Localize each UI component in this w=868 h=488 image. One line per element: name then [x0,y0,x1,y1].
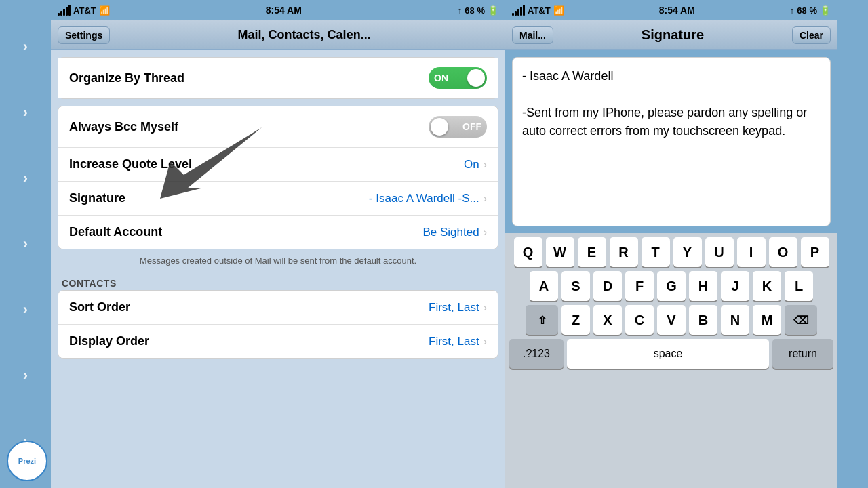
keyboard-bottom-row: .?123 space return [508,339,835,369]
bar1 [58,13,60,16]
key-q[interactable]: Q [514,237,542,267]
key-d[interactable]: D [593,271,622,301]
left-battery-arrow: ↑ [458,5,462,16]
sidebar-chevron-1[interactable]: › [23,38,28,56]
key-c[interactable]: C [625,305,654,335]
bar4 [66,7,68,16]
right-battery-icon: 🔋 [820,5,831,16]
signature-line2: -Sent from my IPhone, please pardon any … [522,104,821,140]
key-v[interactable]: V [657,305,686,335]
left-status-bar: AT&T 📶 8:54 AM ↑ 68 % 🔋 [51,0,505,20]
r-bar3 [517,9,519,16]
left-status-left: AT&T 📶 [58,5,110,16]
prezi-label: Prezi [18,457,36,465]
key-p[interactable]: P [801,237,829,267]
space-key[interactable]: space [567,339,769,369]
increase-quote-row[interactable]: Increase Quote Level On › [58,148,498,182]
sort-order-val: First, Last [429,301,479,314]
default-account-label: Default Account [69,225,162,239]
clear-button[interactable]: Clear [792,26,831,44]
right-time: 8:54 AM [659,5,695,16]
bcc-toggle[interactable]: OFF [429,116,487,138]
key-e[interactable]: E [578,237,606,267]
key-s[interactable]: S [561,271,590,301]
left-nav-title: Mail, Contacts, Calen... [110,28,498,42]
key-x[interactable]: X [593,305,622,335]
r-bar5 [523,5,525,16]
divider-1 [51,99,505,106]
default-account-value: Be Sighted › [422,226,487,239]
shift-key[interactable]: ⇧ [526,305,558,335]
left-status-right: ↑ 68 % 🔋 [458,5,498,16]
contacts-group: Sort Order First, Last › Display Order F… [58,290,498,359]
increase-quote-chevron: › [484,159,487,171]
right-nav-title: Signature [553,27,792,43]
key-z[interactable]: Z [561,305,590,335]
return-key[interactable]: return [772,339,833,369]
display-order-label: Display Order [69,334,149,348]
key-r[interactable]: R [610,237,638,267]
signature-textarea[interactable]: - Isaac A Wardell -Sent from my IPhone, … [512,57,831,226]
signature-row[interactable]: Signature - Isaac A Wardell -S... › [58,182,498,216]
key-a[interactable]: A [530,271,558,301]
display-order-val: First, Last [429,335,479,348]
toggle-on-label: ON [434,73,448,83]
signature-value: - Isaac A Wardell -S... › [369,192,487,205]
num-key[interactable]: .?123 [509,339,564,369]
key-g[interactable]: G [657,271,686,301]
key-y[interactable]: Y [673,237,702,267]
key-k[interactable]: K [753,271,781,301]
key-m[interactable]: M [753,305,781,335]
signature-label: Signature [69,191,125,205]
key-j[interactable]: J [721,271,749,301]
left-wifi-icon: 📶 [99,5,110,16]
key-n[interactable]: N [721,305,749,335]
sort-order-row[interactable]: Sort Order First, Last › [58,291,498,325]
settings-group: Always Bcc Myself OFF Increase Quote Lev… [58,106,498,249]
left-battery: 68 % [465,5,485,16]
keyboard-row-1: Q W E R T Y U I O P [508,237,835,267]
contacts-header: Contacts [51,272,505,290]
left-nav-bar: Settings Mail, Contacts, Calen... [51,20,505,50]
right-status-bar: AT&T 📶 8:54 AM ↑ 68 % 🔋 [505,0,837,20]
bar5 [68,5,71,16]
right-carrier: AT&T [528,5,551,16]
right-arrow: ↑ [790,5,795,16]
left-sidebar: › › › › › › › [0,0,51,488]
always-bcc-row[interactable]: Always Bcc Myself OFF [58,106,498,148]
default-account-row[interactable]: Default Account Be Sighted › [58,216,498,249]
r-bar1 [512,13,514,16]
right-back-button[interactable]: Mail... [512,26,553,44]
key-f[interactable]: F [625,271,654,301]
right-wifi: 📶 [553,5,564,16]
signal-bars [58,5,71,16]
left-back-button[interactable]: Settings [58,26,110,44]
display-order-row[interactable]: Display Order First, Last › [58,325,498,358]
sidebar-chevron-6[interactable]: › [23,367,28,384]
key-u[interactable]: U [705,237,734,267]
organize-thread-toggle[interactable]: ON [429,67,487,89]
sidebar-chevron-4[interactable]: › [23,235,28,253]
key-l[interactable]: L [785,271,813,301]
key-b[interactable]: B [689,305,717,335]
sidebar-chevron-3[interactable]: › [23,169,28,187]
key-t[interactable]: T [642,237,670,267]
sort-order-value: First, Last › [429,301,487,314]
increase-quote-value: On › [464,158,487,171]
keyboard-row-3: ⇧ Z X C V B N M ⌫ [508,305,835,335]
left-battery-icon: 🔋 [488,5,498,16]
sidebar-chevron-5[interactable]: › [23,301,28,319]
default-account-val-text: Be Sighted [422,226,479,239]
bar3 [63,9,65,16]
delete-key[interactable]: ⌫ [785,305,817,335]
bar2 [60,11,62,16]
toggle-off-circle [431,118,448,136]
key-h[interactable]: H [689,271,717,301]
key-i[interactable]: I [737,237,766,267]
key-o[interactable]: O [769,237,797,267]
key-w[interactable]: W [546,237,574,267]
organize-thread-label: Organize By Thread [69,71,184,85]
sidebar-chevron-2[interactable]: › [23,104,28,121]
organize-thread-row[interactable]: Organize By Thread ON [58,58,498,98]
r-bar4 [520,7,522,16]
